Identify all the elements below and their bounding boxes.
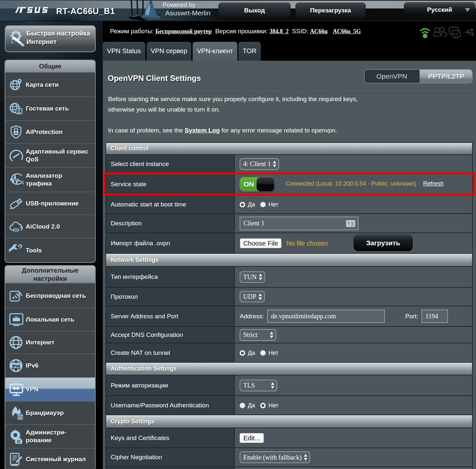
svg-text:IPV6: IPV6 — [12, 364, 20, 368]
